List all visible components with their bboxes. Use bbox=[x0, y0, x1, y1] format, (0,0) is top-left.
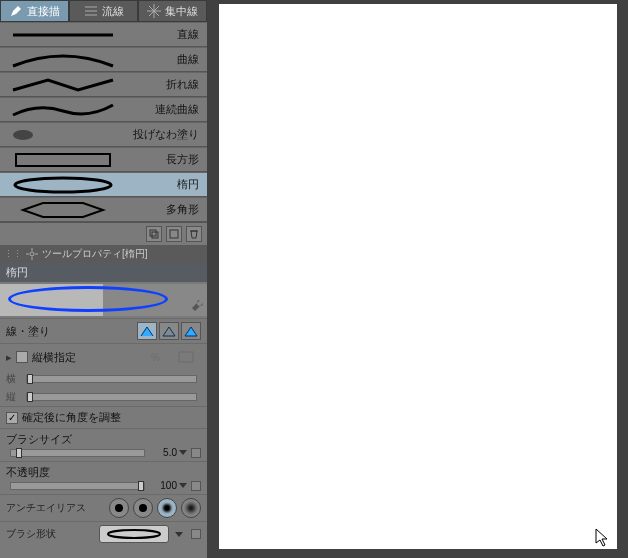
focus-icon bbox=[147, 4, 161, 18]
svg-rect-6 bbox=[16, 154, 110, 166]
svg-point-7 bbox=[15, 178, 111, 192]
subtool-tabs: 直接描 流線 集中線 bbox=[0, 0, 207, 22]
chevron-down-icon[interactable] bbox=[175, 532, 183, 537]
tab-focus-line[interactable]: 集中線 bbox=[138, 0, 207, 22]
opacity-link-icon[interactable] bbox=[191, 481, 201, 491]
tab-label: 流線 bbox=[102, 4, 124, 19]
opacity-row: 不透明度 100 bbox=[0, 461, 207, 494]
shape-curve[interactable]: 曲線 bbox=[0, 47, 207, 72]
shape-continuous-curve[interactable]: 連続曲線 bbox=[0, 97, 207, 122]
drag-handle-icon[interactable]: ⋮⋮ bbox=[4, 249, 22, 259]
svg-point-19 bbox=[108, 530, 160, 538]
svg-point-5 bbox=[13, 130, 33, 140]
chevron-down-icon[interactable] bbox=[179, 483, 187, 488]
canvas[interactable] bbox=[219, 4, 617, 549]
tab-label: 直接描 bbox=[27, 4, 60, 19]
brush-size-row: ブラシサイズ 5.0 bbox=[0, 428, 207, 461]
preview-ellipse-icon bbox=[8, 286, 168, 312]
height-slider[interactable] bbox=[26, 393, 197, 401]
svg-rect-10 bbox=[152, 232, 158, 238]
trash-icon[interactable] bbox=[186, 226, 202, 242]
width-slider-row: 横 bbox=[0, 370, 207, 388]
brush-size-link-icon[interactable] bbox=[191, 448, 201, 458]
brush-shape-link-icon[interactable] bbox=[191, 529, 201, 539]
adjust-angle-row: 確定後に角度を調整 bbox=[0, 406, 207, 428]
svg-rect-18 bbox=[179, 352, 193, 362]
tab-label: 集中線 bbox=[165, 4, 198, 19]
antialias-none[interactable] bbox=[109, 498, 129, 518]
tool-property-header: ⋮⋮ ツールプロパティ[楕円] bbox=[0, 245, 207, 263]
panel-title: ツールプロパティ[楕円] bbox=[42, 247, 148, 261]
aspect-preset-1-icon[interactable]: % bbox=[149, 347, 171, 367]
brush-size-slider[interactable] bbox=[10, 449, 145, 457]
brush-preview[interactable] bbox=[0, 284, 207, 316]
shape-lasso-fill[interactable]: 投げなわ塗り bbox=[0, 122, 207, 147]
line-fill-row: 線・塗り bbox=[0, 318, 207, 343]
fill-mode-fill[interactable] bbox=[159, 322, 179, 340]
svg-text:%: % bbox=[151, 352, 160, 363]
shape-rectangle[interactable]: 長方形 bbox=[0, 147, 207, 172]
svg-rect-9 bbox=[150, 230, 156, 236]
height-slider-row: 縦 bbox=[0, 388, 207, 406]
new-icon[interactable] bbox=[166, 226, 182, 242]
duplicate-icon[interactable] bbox=[146, 226, 162, 242]
chevron-down-icon[interactable] bbox=[179, 450, 187, 455]
brush-shape-selector[interactable] bbox=[99, 525, 169, 543]
brush-shape-row: ブラシ形状 bbox=[0, 521, 207, 546]
adjust-angle-checkbox[interactable] bbox=[6, 412, 18, 424]
aspect-lock-row: ▸ 縦横指定 % bbox=[0, 343, 207, 370]
canvas-area bbox=[207, 0, 628, 558]
tab-stream-line[interactable]: 流線 bbox=[69, 0, 138, 22]
svg-point-12 bbox=[30, 252, 34, 256]
antialias-row: アンチエイリアス bbox=[0, 494, 207, 521]
shape-polyline[interactable]: 折れ線 bbox=[0, 72, 207, 97]
pencil-icon bbox=[9, 4, 23, 18]
shape-line[interactable]: 直線 bbox=[0, 22, 207, 47]
antialias-mid[interactable] bbox=[157, 498, 177, 518]
opacity-value[interactable]: 100 bbox=[149, 480, 177, 491]
fill-mode-outline[interactable] bbox=[137, 322, 157, 340]
fill-mode-both[interactable] bbox=[181, 322, 201, 340]
brush-size-value[interactable]: 5.0 bbox=[149, 447, 177, 458]
tool-sidebar: 直接描 流線 集中線 直線 曲線 折れ線 連続 bbox=[0, 0, 207, 558]
aspect-preset-2-icon[interactable] bbox=[175, 347, 197, 367]
antialias-strong[interactable] bbox=[181, 498, 201, 518]
shape-polygon[interactable]: 多角形 bbox=[0, 197, 207, 222]
width-slider[interactable] bbox=[26, 375, 197, 383]
svg-rect-11 bbox=[170, 230, 178, 238]
subtool-toolbar bbox=[0, 222, 207, 245]
cursor-icon bbox=[595, 528, 611, 548]
opacity-slider[interactable] bbox=[10, 482, 145, 490]
svg-marker-8 bbox=[23, 203, 103, 217]
subtool-name: 楕円 bbox=[0, 263, 207, 282]
shape-ellipse[interactable]: 楕円 bbox=[0, 172, 207, 197]
aspect-lock-checkbox[interactable] bbox=[16, 351, 28, 363]
shape-tool-list: 直線 曲線 折れ線 連続曲線 投げなわ塗り 長方形 楕円 多角形 bbox=[0, 22, 207, 222]
wrench-icon[interactable] bbox=[189, 298, 205, 314]
stream-icon bbox=[84, 4, 98, 18]
antialias-weak[interactable] bbox=[133, 498, 153, 518]
expand-toggle-icon[interactable]: ▸ bbox=[6, 351, 12, 364]
gear-icon[interactable] bbox=[26, 248, 38, 260]
tab-direct-draw[interactable]: 直接描 bbox=[0, 0, 69, 22]
